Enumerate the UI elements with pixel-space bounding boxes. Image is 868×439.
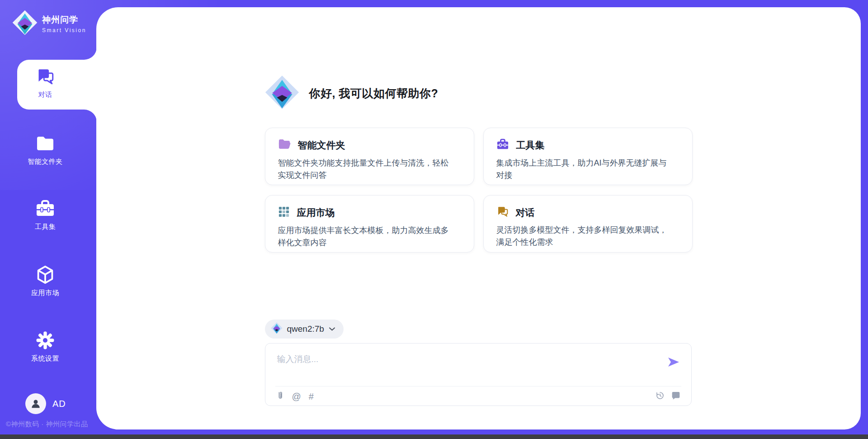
mention-icon[interactable]: @ xyxy=(292,392,301,401)
card-chat[interactable]: 对话 灵活切换多模型文件，支持多样回复效果调试，满足个性化需求 xyxy=(483,195,693,253)
sidebar-item-settings[interactable]: 系统设置 xyxy=(0,331,90,363)
message-composer: @ # xyxy=(265,343,692,406)
sidebar-item-label: 智能文件夹 xyxy=(28,157,63,166)
send-icon xyxy=(668,357,679,367)
sidebar-item-app-market[interactable]: 应用市场 xyxy=(0,266,90,297)
send-button[interactable] xyxy=(668,357,679,367)
diamond-logo-icon xyxy=(12,10,38,37)
attachment-icon[interactable] xyxy=(276,391,284,402)
sidebar-item-toolset[interactable]: 工具集 xyxy=(0,200,90,231)
card-description: 智能文件夹功能支持批量文件上传与清洗，轻松实现文件问答 xyxy=(278,157,455,181)
model-name: qwen2:7b xyxy=(287,324,324,334)
message-input[interactable] xyxy=(276,353,658,381)
folder-icon xyxy=(36,134,55,153)
bottom-edge-bar xyxy=(0,434,868,439)
brand: 神州问学 Smart Vision xyxy=(12,10,86,37)
composer-divider xyxy=(275,386,681,387)
card-description: 应用市场提供丰富长文本模板，助力高效生成多样化文章内容 xyxy=(278,224,455,249)
chat-icon xyxy=(496,206,509,219)
hash-icon[interactable]: # xyxy=(309,392,314,401)
card-title: 应用市场 xyxy=(297,206,335,219)
gear-icon xyxy=(36,331,55,349)
feature-cards: 智能文件夹 智能文件夹功能支持批量文件上传与清洗，轻松实现文件问答 xyxy=(265,128,693,253)
greeting-title: 你好, 我可以如何帮助你? xyxy=(309,86,439,101)
card-title: 工具集 xyxy=(516,139,545,152)
sidebar-item-label: 系统设置 xyxy=(31,354,59,363)
sidebar-item-label: 对话 xyxy=(38,91,52,99)
card-app-market[interactable]: 应用市场 应用市场提供丰富长文本模板，助力高效生成多样化文章内容 xyxy=(265,195,474,253)
brand-name: 神州问学 xyxy=(42,14,86,26)
card-description: 灵活切换多模型文件，支持多样回复效果调试，满足个性化需求 xyxy=(496,224,674,248)
card-smart-folder[interactable]: 智能文件夹 智能文件夹功能支持批量文件上传与清洗，轻松实现文件问答 xyxy=(265,128,474,185)
greeting: 你好, 我可以如何帮助你? xyxy=(265,75,693,111)
folder-icon xyxy=(278,138,291,152)
card-description: 集成市场上主流工具，助力AI与外界无缝扩展与对接 xyxy=(496,157,674,181)
card-title: 对话 xyxy=(516,206,535,219)
sidebar: 神州问学 Smart Vision 对话 智能文件夹 xyxy=(0,0,96,439)
diamond-logo-icon xyxy=(265,75,299,111)
history-icon[interactable] xyxy=(656,391,665,401)
sidebar-item-label: 工具集 xyxy=(35,223,56,231)
toolbox-icon xyxy=(496,138,509,152)
cube-icon xyxy=(35,266,55,284)
user-avatar-icon xyxy=(30,398,42,410)
sidebar-item-label: 应用市场 xyxy=(31,289,59,297)
diamond-logo-icon xyxy=(271,322,283,336)
sidebar-footer-text: ©神州数码 · 神州问学出品 xyxy=(6,420,88,429)
main-panel: 你好, 我可以如何帮助你? 智能文件夹 智能文件夹功能支持批量文件上传与清洗，轻… xyxy=(96,7,861,429)
comment-icon[interactable] xyxy=(671,391,680,401)
card-toolset[interactable]: 工具集 集成市场上主流工具，助力AI与外界无缝扩展与对接 xyxy=(483,128,693,185)
chevron-down-icon xyxy=(329,325,335,333)
user-initials: AD xyxy=(52,399,66,409)
brand-subtitle: Smart Vision xyxy=(42,27,86,33)
grid-icon xyxy=(278,206,290,220)
model-selector[interactable]: qwen2:7b xyxy=(265,320,344,339)
card-title: 智能文件夹 xyxy=(298,139,345,152)
chat-icon xyxy=(36,67,55,86)
toolbox-icon xyxy=(35,200,55,218)
user-menu[interactable]: AD xyxy=(25,393,66,414)
sidebar-item-chat[interactable]: 对话 xyxy=(0,67,90,99)
sidebar-item-smart-folder[interactable]: 智能文件夹 xyxy=(0,134,90,166)
avatar xyxy=(25,393,46,414)
